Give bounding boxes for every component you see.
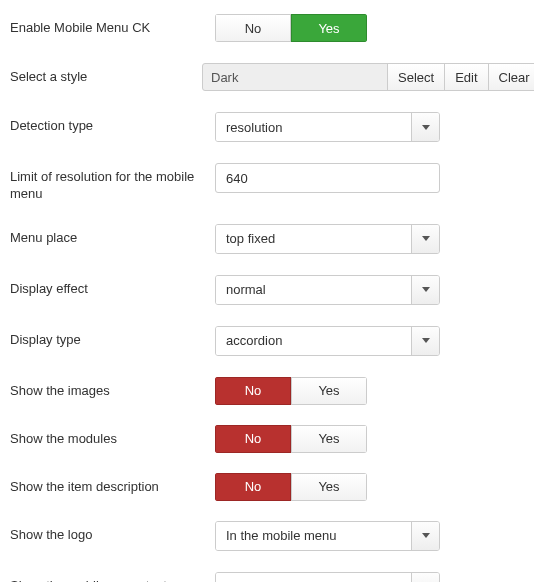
chevron-down-icon <box>411 522 439 550</box>
show-modules-yes[interactable]: Yes <box>291 425 367 453</box>
enable-toggle: No Yes <box>215 14 367 42</box>
style-clear-button[interactable]: Clear <box>488 63 534 91</box>
place-value: top fixed <box>216 225 411 253</box>
show-desc-label: Show the item description <box>10 473 215 496</box>
show-desc-yes[interactable]: Yes <box>291 473 367 501</box>
show-images-no[interactable]: No <box>215 377 291 405</box>
detection-value: resolution <box>216 113 411 141</box>
dtype-value: accordion <box>216 327 411 355</box>
show-images-label: Show the images <box>10 377 215 400</box>
show-text-label: Show the mobile menu text <box>10 572 215 582</box>
show-modules-no[interactable]: No <box>215 425 291 453</box>
show-logo-select[interactable]: In the mobile menu <box>215 521 440 551</box>
chevron-down-icon <box>411 573 439 582</box>
style-label: Select a style <box>10 63 202 86</box>
detection-select[interactable]: resolution <box>215 112 440 142</box>
effect-select[interactable]: normal <box>215 275 440 305</box>
place-label: Menu place <box>10 224 215 247</box>
style-select-button[interactable]: Select <box>387 63 445 91</box>
style-edit-button[interactable]: Edit <box>444 63 488 91</box>
show-logo-label: Show the logo <box>10 521 215 544</box>
place-select[interactable]: top fixed <box>215 224 440 254</box>
show-images-toggle: No Yes <box>215 377 367 405</box>
dtype-label: Display type <box>10 326 215 349</box>
chevron-down-icon <box>411 276 439 304</box>
show-logo-value: In the mobile menu <box>216 522 411 550</box>
enable-label: Enable Mobile Menu CK <box>10 14 215 37</box>
style-input <box>202 63 388 91</box>
show-text-value: Default text <box>216 573 411 582</box>
show-images-yes[interactable]: Yes <box>291 377 367 405</box>
effect-label: Display effect <box>10 275 215 298</box>
limit-label: Limit of resolution for the mobile menu <box>10 163 215 203</box>
enable-no[interactable]: No <box>215 14 291 42</box>
effect-value: normal <box>216 276 411 304</box>
show-modules-label: Show the modules <box>10 425 215 448</box>
limit-input[interactable] <box>215 163 440 193</box>
show-desc-no[interactable]: No <box>215 473 291 501</box>
dtype-select[interactable]: accordion <box>215 326 440 356</box>
chevron-down-icon <box>411 327 439 355</box>
show-desc-toggle: No Yes <box>215 473 367 501</box>
show-modules-toggle: No Yes <box>215 425 367 453</box>
chevron-down-icon <box>411 225 439 253</box>
enable-yes[interactable]: Yes <box>291 14 367 42</box>
chevron-down-icon <box>411 113 439 141</box>
show-text-select[interactable]: Default text <box>215 572 440 582</box>
detection-label: Detection type <box>10 112 215 135</box>
